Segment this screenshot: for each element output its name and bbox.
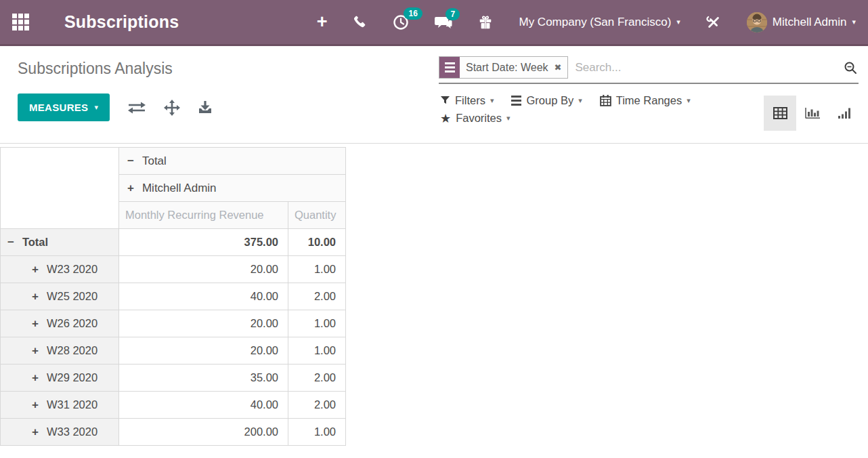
collapse-icon[interactable]: − bbox=[127, 154, 134, 168]
pivot-cell[interactable]: 35.00 bbox=[119, 365, 288, 392]
chevron-down-icon: ▾ bbox=[578, 97, 582, 104]
pivot-row-header[interactable]: +W26 2020 bbox=[1, 310, 119, 337]
activities-badge: 16 bbox=[404, 7, 422, 20]
col-header-label: Mitchell Admin bbox=[142, 182, 217, 194]
pivot-cell[interactable]: 1.00 bbox=[288, 256, 346, 283]
pivot-cell[interactable]: 375.00 bbox=[119, 229, 288, 256]
pivot-cell[interactable]: 2.00 bbox=[288, 365, 346, 392]
search-input[interactable] bbox=[568, 61, 844, 75]
pivot-row: +W25 202040.002.00 bbox=[1, 283, 346, 310]
pivot-row: −Total375.0010.00 bbox=[1, 229, 346, 256]
app-title[interactable]: Subscriptions bbox=[64, 12, 179, 32]
pivot-row: +W31 202040.002.00 bbox=[1, 392, 346, 419]
download-xlsx-button[interactable] bbox=[198, 100, 213, 114]
view-switch-graph[interactable] bbox=[796, 96, 829, 131]
view-switch-cohort[interactable] bbox=[829, 96, 861, 131]
apps-menu-icon[interactable] bbox=[12, 14, 29, 30]
filters-label: Filters bbox=[455, 94, 485, 107]
group-by-menu[interactable]: Group By ▾ bbox=[511, 94, 582, 107]
favorites-label: Favorites bbox=[456, 112, 502, 125]
facet-remove-icon[interactable]: ✖ bbox=[555, 62, 568, 72]
row-label: W23 2020 bbox=[47, 263, 97, 275]
measures-button[interactable]: MEASURES ▾ bbox=[18, 93, 110, 121]
row-label: W31 2020 bbox=[47, 398, 97, 411]
facet-label: Start Date: Week bbox=[460, 62, 555, 74]
pivot-row: +W28 202020.001.00 bbox=[1, 337, 346, 365]
referral-button[interactable] bbox=[478, 15, 493, 30]
pivot-row-header[interactable]: +W29 2020 bbox=[1, 365, 119, 392]
pivot-cell[interactable]: 1.00 bbox=[288, 310, 346, 337]
time-ranges-menu[interactable]: Time Ranges ▾ bbox=[600, 94, 691, 107]
measure-header-mrr[interactable]: Monthly Recurring Revenue bbox=[119, 202, 288, 229]
pivot-corner-cell bbox=[1, 148, 119, 229]
plus-icon: + bbox=[317, 13, 328, 31]
pivot-row: +W23 202020.001.00 bbox=[1, 256, 346, 283]
pivot-row-header[interactable]: +W31 2020 bbox=[1, 392, 119, 419]
expand-all-button[interactable] bbox=[164, 100, 180, 116]
pivot-col-header-user[interactable]: +Mitchell Admin bbox=[119, 175, 346, 202]
pivot-row-header[interactable]: −Total bbox=[1, 229, 119, 256]
search-facet: Start Date: Week ✖ bbox=[439, 56, 568, 79]
debug-tools-button[interactable] bbox=[706, 15, 721, 30]
search-bar: Start Date: Week ✖ bbox=[439, 56, 859, 84]
search-icon[interactable] bbox=[844, 61, 857, 75]
pivot-cell[interactable]: 10.00 bbox=[288, 229, 346, 256]
pivot-row-header[interactable]: +W28 2020 bbox=[1, 337, 119, 365]
pivot-row-header[interactable]: +W23 2020 bbox=[1, 256, 119, 283]
expand-icon[interactable]: + bbox=[127, 182, 134, 195]
expand-icon[interactable]: + bbox=[32, 425, 39, 439]
chevron-down-icon: ▾ bbox=[490, 97, 494, 104]
expand-all-icon bbox=[164, 100, 180, 116]
row-label: W26 2020 bbox=[47, 317, 97, 329]
favorites-menu[interactable]: ★ Favorites ▾ bbox=[440, 112, 511, 125]
pivot-cell[interactable]: 2.00 bbox=[288, 392, 346, 419]
company-switcher[interactable]: My Company (San Francisco) ▾ bbox=[519, 16, 680, 29]
chevron-down-icon: ▾ bbox=[94, 104, 98, 111]
pivot-row: +W29 202035.002.00 bbox=[1, 365, 346, 392]
pivot-cell[interactable]: 40.00 bbox=[119, 392, 288, 419]
expand-icon[interactable]: + bbox=[32, 344, 39, 358]
pivot-row-header[interactable]: +W33 2020 bbox=[1, 419, 119, 446]
flip-axis-button[interactable] bbox=[127, 101, 146, 114]
expand-icon[interactable]: + bbox=[32, 371, 39, 385]
measure-header-quantity[interactable]: Quantity bbox=[288, 202, 346, 229]
user-menu[interactable]: Mitchell Admin ▾ bbox=[747, 12, 856, 33]
phone-icon bbox=[353, 15, 367, 29]
group-by-label: Group By bbox=[526, 94, 573, 107]
pivot-cell[interactable]: 20.00 bbox=[119, 337, 288, 365]
user-name: Mitchell Admin bbox=[773, 16, 847, 29]
row-label: W28 2020 bbox=[47, 344, 97, 356]
pivot-row-header[interactable]: +W25 2020 bbox=[1, 283, 119, 310]
measures-label: MEASURES bbox=[29, 102, 88, 113]
expand-icon[interactable]: + bbox=[32, 398, 39, 412]
pivot-cell[interactable]: 20.00 bbox=[119, 256, 288, 283]
expand-icon[interactable]: + bbox=[32, 317, 39, 331]
col-header-label: Total bbox=[142, 154, 167, 167]
pivot-col-header-total[interactable]: −Total bbox=[119, 148, 346, 175]
pivot-cell[interactable]: 2.00 bbox=[288, 283, 346, 310]
chevron-down-icon: ▾ bbox=[506, 114, 511, 122]
filter-icon bbox=[440, 96, 450, 106]
messages-menu[interactable]: 7 bbox=[435, 15, 452, 30]
calendar-icon bbox=[600, 95, 611, 106]
pivot-cell[interactable]: 1.00 bbox=[288, 337, 346, 365]
expand-icon[interactable]: + bbox=[32, 263, 39, 276]
pivot-cell[interactable]: 1.00 bbox=[288, 419, 346, 446]
graph-view-icon bbox=[805, 107, 820, 119]
pivot-row: +W26 202020.001.00 bbox=[1, 310, 346, 337]
top-navbar: Subscriptions + 16 7 bbox=[0, 0, 868, 46]
view-switch-pivot[interactable] bbox=[764, 96, 796, 131]
expand-icon[interactable]: + bbox=[32, 290, 39, 304]
voip-button[interactable] bbox=[353, 15, 367, 29]
filters-menu[interactable]: Filters ▾ bbox=[440, 94, 494, 107]
activities-menu[interactable]: 16 bbox=[393, 14, 409, 30]
collapse-icon[interactable]: − bbox=[7, 236, 14, 249]
pivot-cell[interactable]: 20.00 bbox=[119, 310, 288, 337]
cohort-view-icon bbox=[838, 107, 852, 119]
row-label: Total bbox=[22, 236, 48, 248]
quick-create-button[interactable]: + bbox=[317, 13, 328, 31]
row-label: W33 2020 bbox=[47, 425, 97, 438]
pivot-cell[interactable]: 200.00 bbox=[119, 419, 288, 446]
pivot-cell[interactable]: 40.00 bbox=[119, 283, 288, 310]
pivot-row: +W33 2020200.001.00 bbox=[1, 419, 346, 446]
